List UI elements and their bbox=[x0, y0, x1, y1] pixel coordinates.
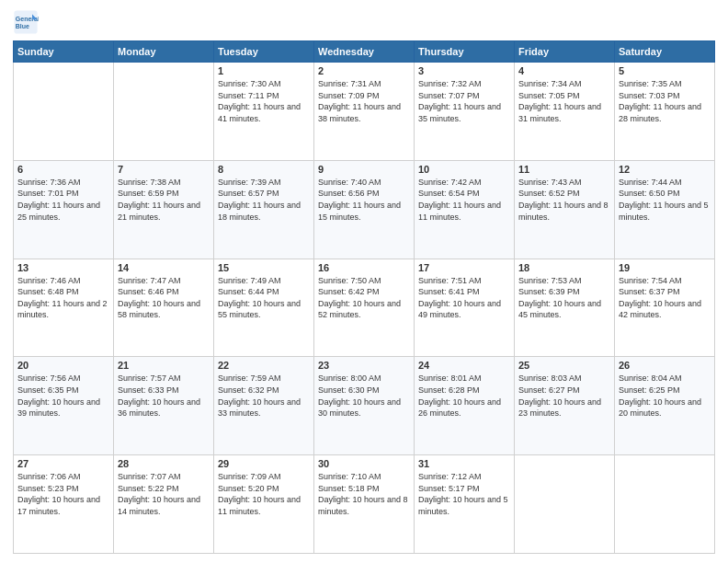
col-header-wednesday: Wednesday bbox=[314, 41, 415, 63]
day-number: 23 bbox=[318, 360, 410, 371]
day-info: Sunrise: 7:10 AM Sunset: 5:18 PM Dayligh… bbox=[318, 471, 410, 517]
calendar-cell: 14Sunrise: 7:47 AM Sunset: 6:46 PM Dayli… bbox=[114, 259, 214, 357]
day-number: 4 bbox=[518, 65, 610, 76]
week-row-1: 6Sunrise: 7:36 AM Sunset: 7:01 PM Daylig… bbox=[14, 160, 715, 259]
day-number: 12 bbox=[619, 164, 711, 175]
col-header-thursday: Thursday bbox=[415, 41, 515, 63]
day-number: 27 bbox=[17, 458, 109, 469]
calendar-cell: 25Sunrise: 8:03 AM Sunset: 6:27 PM Dayli… bbox=[515, 357, 615, 455]
day-number: 15 bbox=[218, 262, 310, 273]
calendar-cell: 24Sunrise: 8:01 AM Sunset: 6:28 PM Dayli… bbox=[415, 357, 515, 455]
calendar-cell: 26Sunrise: 8:04 AM Sunset: 6:25 PM Dayli… bbox=[615, 357, 715, 455]
day-info: Sunrise: 7:40 AM Sunset: 6:56 PM Dayligh… bbox=[318, 177, 410, 223]
day-number: 30 bbox=[318, 458, 410, 469]
calendar-cell: 6Sunrise: 7:36 AM Sunset: 7:01 PM Daylig… bbox=[14, 160, 114, 259]
day-info: Sunrise: 7:06 AM Sunset: 5:23 PM Dayligh… bbox=[17, 471, 109, 517]
day-number: 9 bbox=[318, 164, 410, 175]
calendar-cell bbox=[114, 63, 214, 161]
day-number: 14 bbox=[118, 262, 210, 273]
day-number: 25 bbox=[518, 360, 610, 371]
day-info: Sunrise: 7:30 AM Sunset: 7:11 PM Dayligh… bbox=[218, 78, 310, 124]
calendar-cell: 27Sunrise: 7:06 AM Sunset: 5:23 PM Dayli… bbox=[14, 455, 114, 554]
col-header-tuesday: Tuesday bbox=[214, 41, 314, 63]
calendar-cell: 1Sunrise: 7:30 AM Sunset: 7:11 PM Daylig… bbox=[214, 63, 314, 161]
day-number: 2 bbox=[318, 65, 410, 76]
col-header-friday: Friday bbox=[515, 41, 615, 63]
day-info: Sunrise: 7:51 AM Sunset: 6:41 PM Dayligh… bbox=[418, 275, 510, 321]
day-info: Sunrise: 7:39 AM Sunset: 6:57 PM Dayligh… bbox=[218, 177, 310, 223]
day-info: Sunrise: 7:43 AM Sunset: 6:52 PM Dayligh… bbox=[518, 177, 610, 223]
day-number: 19 bbox=[619, 262, 711, 273]
calendar-header-row: SundayMondayTuesdayWednesdayThursdayFrid… bbox=[14, 41, 715, 63]
calendar-cell: 15Sunrise: 7:49 AM Sunset: 6:44 PM Dayli… bbox=[214, 259, 314, 357]
calendar-cell: 17Sunrise: 7:51 AM Sunset: 6:41 PM Dayli… bbox=[415, 259, 515, 357]
day-info: Sunrise: 8:00 AM Sunset: 6:30 PM Dayligh… bbox=[318, 373, 410, 419]
day-info: Sunrise: 7:50 AM Sunset: 6:42 PM Dayligh… bbox=[318, 275, 410, 321]
day-info: Sunrise: 7:34 AM Sunset: 7:05 PM Dayligh… bbox=[518, 78, 610, 124]
calendar-table: SundayMondayTuesdayWednesdayThursdayFrid… bbox=[13, 40, 715, 554]
day-number: 1 bbox=[218, 65, 310, 76]
day-info: Sunrise: 7:57 AM Sunset: 6:33 PM Dayligh… bbox=[118, 373, 210, 419]
calendar-cell: 7Sunrise: 7:38 AM Sunset: 6:59 PM Daylig… bbox=[114, 160, 214, 259]
calendar-cell: 23Sunrise: 8:00 AM Sunset: 6:30 PM Dayli… bbox=[314, 357, 415, 455]
calendar-cell: 3Sunrise: 7:32 AM Sunset: 7:07 PM Daylig… bbox=[415, 63, 515, 161]
week-row-2: 13Sunrise: 7:46 AM Sunset: 6:48 PM Dayli… bbox=[14, 259, 715, 357]
calendar-cell: 30Sunrise: 7:10 AM Sunset: 5:18 PM Dayli… bbox=[314, 455, 415, 554]
day-number: 22 bbox=[218, 360, 310, 371]
day-info: Sunrise: 7:42 AM Sunset: 6:54 PM Dayligh… bbox=[418, 177, 510, 223]
day-info: Sunrise: 7:44 AM Sunset: 6:50 PM Dayligh… bbox=[619, 177, 711, 223]
day-number: 6 bbox=[17, 164, 109, 175]
day-info: Sunrise: 7:31 AM Sunset: 7:09 PM Dayligh… bbox=[318, 78, 410, 124]
calendar-cell bbox=[515, 455, 615, 554]
day-info: Sunrise: 7:35 AM Sunset: 7:03 PM Dayligh… bbox=[619, 78, 711, 124]
day-info: Sunrise: 7:49 AM Sunset: 6:44 PM Dayligh… bbox=[218, 275, 310, 321]
day-number: 11 bbox=[518, 164, 610, 175]
calendar-cell: 29Sunrise: 7:09 AM Sunset: 5:20 PM Dayli… bbox=[214, 455, 314, 554]
calendar-cell: 2Sunrise: 7:31 AM Sunset: 7:09 PM Daylig… bbox=[314, 63, 415, 161]
page: General Blue SundayMondayTuesdayWednesda… bbox=[0, 0, 728, 563]
day-number: 31 bbox=[418, 458, 510, 469]
day-info: Sunrise: 8:03 AM Sunset: 6:27 PM Dayligh… bbox=[518, 373, 610, 419]
day-number: 17 bbox=[418, 262, 510, 273]
day-info: Sunrise: 7:09 AM Sunset: 5:20 PM Dayligh… bbox=[218, 471, 310, 517]
calendar-cell: 22Sunrise: 7:59 AM Sunset: 6:32 PM Dayli… bbox=[214, 357, 314, 455]
logo-icon: General Blue bbox=[13, 9, 39, 35]
day-info: Sunrise: 7:07 AM Sunset: 5:22 PM Dayligh… bbox=[118, 471, 210, 517]
calendar-cell: 13Sunrise: 7:46 AM Sunset: 6:48 PM Dayli… bbox=[14, 259, 114, 357]
day-info: Sunrise: 7:46 AM Sunset: 6:48 PM Dayligh… bbox=[17, 275, 109, 321]
calendar-cell: 12Sunrise: 7:44 AM Sunset: 6:50 PM Dayli… bbox=[615, 160, 715, 259]
day-number: 10 bbox=[418, 164, 510, 175]
day-number: 28 bbox=[118, 458, 210, 469]
day-number: 29 bbox=[218, 458, 310, 469]
day-info: Sunrise: 7:59 AM Sunset: 6:32 PM Dayligh… bbox=[218, 373, 310, 419]
calendar-cell: 20Sunrise: 7:56 AM Sunset: 6:35 PM Dayli… bbox=[14, 357, 114, 455]
calendar-cell: 28Sunrise: 7:07 AM Sunset: 5:22 PM Dayli… bbox=[114, 455, 214, 554]
day-number: 20 bbox=[17, 360, 109, 371]
calendar-cell: 16Sunrise: 7:50 AM Sunset: 6:42 PM Dayli… bbox=[314, 259, 415, 357]
day-number: 26 bbox=[619, 360, 711, 371]
day-info: Sunrise: 7:38 AM Sunset: 6:59 PM Dayligh… bbox=[118, 177, 210, 223]
calendar-cell: 4Sunrise: 7:34 AM Sunset: 7:05 PM Daylig… bbox=[515, 63, 615, 161]
week-row-4: 27Sunrise: 7:06 AM Sunset: 5:23 PM Dayli… bbox=[14, 455, 715, 554]
calendar-cell: 21Sunrise: 7:57 AM Sunset: 6:33 PM Dayli… bbox=[114, 357, 214, 455]
day-number: 8 bbox=[218, 164, 310, 175]
day-number: 13 bbox=[17, 262, 109, 273]
header: General Blue bbox=[13, 9, 715, 35]
day-number: 5 bbox=[619, 65, 711, 76]
calendar-cell: 31Sunrise: 7:12 AM Sunset: 5:17 PM Dayli… bbox=[415, 455, 515, 554]
day-info: Sunrise: 7:47 AM Sunset: 6:46 PM Dayligh… bbox=[118, 275, 210, 321]
week-row-0: 1Sunrise: 7:30 AM Sunset: 7:11 PM Daylig… bbox=[14, 63, 715, 161]
day-info: Sunrise: 7:53 AM Sunset: 6:39 PM Dayligh… bbox=[518, 275, 610, 321]
day-info: Sunrise: 7:32 AM Sunset: 7:07 PM Dayligh… bbox=[418, 78, 510, 124]
day-info: Sunrise: 7:56 AM Sunset: 6:35 PM Dayligh… bbox=[17, 373, 109, 419]
day-info: Sunrise: 8:01 AM Sunset: 6:28 PM Dayligh… bbox=[418, 373, 510, 419]
day-number: 16 bbox=[318, 262, 410, 273]
calendar-cell: 5Sunrise: 7:35 AM Sunset: 7:03 PM Daylig… bbox=[615, 63, 715, 161]
week-row-3: 20Sunrise: 7:56 AM Sunset: 6:35 PM Dayli… bbox=[14, 357, 715, 455]
logo: General Blue bbox=[13, 9, 42, 35]
calendar-cell bbox=[14, 63, 114, 161]
day-number: 21 bbox=[118, 360, 210, 371]
calendar-cell: 18Sunrise: 7:53 AM Sunset: 6:39 PM Dayli… bbox=[515, 259, 615, 357]
col-header-saturday: Saturday bbox=[615, 41, 715, 63]
calendar-cell: 8Sunrise: 7:39 AM Sunset: 6:57 PM Daylig… bbox=[214, 160, 314, 259]
